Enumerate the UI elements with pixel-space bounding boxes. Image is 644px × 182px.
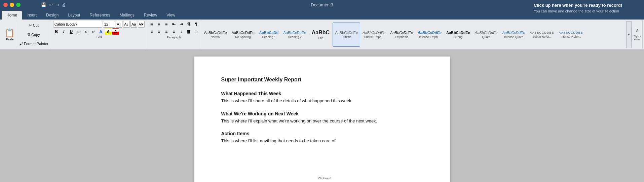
style-quote[interactable]: AaBbCcDdEe Quote bbox=[472, 23, 500, 47]
decrease-indent-button[interactable]: ⇤ bbox=[171, 21, 177, 28]
line-spacing-button[interactable]: ↕ bbox=[178, 28, 185, 35]
justify-button[interactable]: ≡ bbox=[171, 28, 177, 35]
tab-mailings[interactable]: Mailings bbox=[115, 11, 139, 20]
superscript-button[interactable]: x² bbox=[90, 28, 97, 35]
center-button[interactable]: ≡ bbox=[156, 28, 162, 35]
change-case-button[interactable]: Aa bbox=[130, 21, 137, 28]
para-row-2: ≡ ≡ ≡ ≡ ↕ ▦ □ bbox=[148, 28, 199, 35]
style-heading1-label: Heading 1 bbox=[262, 35, 276, 39]
multilevel-button[interactable]: ≡ bbox=[163, 21, 170, 28]
cut-button[interactable]: ✂ Cut bbox=[18, 23, 49, 28]
font-group: A↑ A↓ Aa A✖ B I U ab x₂ x² A A A Font bbox=[52, 20, 146, 49]
style-intense-emph-preview: AaBbCcDdEe bbox=[418, 31, 442, 35]
align-right-button[interactable]: ≡ bbox=[163, 28, 170, 35]
show-marks-button[interactable]: ¶ bbox=[193, 21, 199, 28]
style-intense-ref[interactable]: AaBbCcDdEe Intense Refer... bbox=[557, 23, 585, 47]
bullets-button[interactable]: ≡ bbox=[148, 21, 155, 28]
close-button[interactable] bbox=[3, 3, 8, 7]
maximize-button[interactable] bbox=[16, 3, 21, 7]
shading-button[interactable]: ▦ bbox=[185, 28, 192, 35]
tooltip-popup: Click up here when you're ready to recor… bbox=[530, 0, 644, 16]
style-emphasis-label: Emphasis bbox=[395, 35, 408, 39]
clear-formatting-button[interactable]: A✖ bbox=[138, 21, 145, 28]
tooltip-title: Click up here when you're ready to recor… bbox=[534, 3, 640, 8]
style-title[interactable]: AaBbC Title bbox=[308, 23, 333, 47]
style-strong-label: Strong bbox=[454, 35, 463, 39]
print-icon[interactable]: 🖨 bbox=[61, 2, 67, 8]
style-strong-preview: AaBbCcDdEe bbox=[446, 31, 470, 35]
paste-icon: 📋 bbox=[5, 28, 15, 38]
style-heading2[interactable]: AaBbCcDdEe Heading 2 bbox=[281, 23, 309, 47]
paste-button[interactable]: 📋 Paste bbox=[3, 21, 17, 48]
cut-icon: ✂ bbox=[29, 23, 32, 28]
quick-access-toolbar: 💾 ↩ ↪ 🖨 bbox=[40, 2, 67, 8]
font-shrink-button[interactable]: A↓ bbox=[123, 21, 130, 28]
increase-indent-button[interactable]: ⇥ bbox=[178, 21, 185, 28]
redo-icon[interactable]: ↪ bbox=[55, 2, 60, 8]
subscript-button[interactable]: x₂ bbox=[83, 28, 89, 35]
underline-button[interactable]: U bbox=[68, 28, 75, 35]
bold-button[interactable]: B bbox=[53, 28, 60, 35]
paste-label: Paste bbox=[6, 38, 13, 41]
tab-design[interactable]: Design bbox=[41, 11, 63, 20]
tab-references[interactable]: References bbox=[85, 11, 115, 20]
font-size-input[interactable] bbox=[103, 21, 115, 28]
font-name-input[interactable] bbox=[53, 21, 102, 28]
style-intense-emph-label: Intense Emph... bbox=[419, 35, 440, 39]
style-intense-quote[interactable]: AaBbCcDdEe Intense Quote bbox=[500, 23, 528, 47]
style-no-spacing-preview: AaBbCcDdEe bbox=[232, 31, 255, 35]
minimize-button[interactable] bbox=[10, 3, 14, 7]
window-controls bbox=[3, 3, 21, 7]
tab-insert[interactable]: Insert bbox=[22, 11, 41, 20]
strikethrough-button[interactable]: ab bbox=[75, 28, 82, 35]
document-page[interactable]: Super Important Weekly Report What Happe… bbox=[194, 57, 450, 182]
font-color-button[interactable]: A bbox=[112, 28, 119, 35]
numbering-button[interactable]: ≡ bbox=[156, 21, 162, 28]
tab-view[interactable]: View bbox=[162, 11, 180, 20]
undo-icon[interactable]: ↩ bbox=[48, 2, 53, 8]
font-row-1: A↑ A↓ Aa A✖ bbox=[53, 21, 145, 28]
font-group-label: Font bbox=[53, 35, 145, 39]
style-subtle-emph[interactable]: AaBbCcDdEe Subtle Emph... bbox=[360, 23, 388, 47]
format-painter-button[interactable]: 🖌 Format Painter bbox=[18, 41, 49, 46]
style-normal[interactable]: AaBbCcDdEe Normal bbox=[202, 23, 229, 47]
style-no-spacing-label: No Spacing bbox=[235, 35, 251, 39]
style-subtitle[interactable]: AaBbCcDdEe Subtitle bbox=[333, 23, 360, 47]
style-subtle-emph-preview: AaBbCcDdEe bbox=[363, 31, 385, 35]
tab-review[interactable]: Review bbox=[139, 11, 162, 20]
style-intense-emph[interactable]: AaBbCcDdEe Intense Emph... bbox=[415, 23, 444, 47]
document-title: Super Important Weekly Report bbox=[221, 77, 423, 83]
tab-layout[interactable]: Layout bbox=[63, 11, 85, 20]
style-subtitle-label: Subtitle bbox=[341, 35, 351, 39]
document-area: Super Important Weekly Report What Happe… bbox=[0, 50, 644, 182]
italic-button[interactable]: I bbox=[61, 28, 67, 35]
style-title-label: Title bbox=[318, 36, 324, 40]
highlight-button[interactable]: A bbox=[105, 28, 112, 35]
text-effects-button[interactable]: A bbox=[98, 28, 104, 35]
save-icon[interactable]: 💾 bbox=[40, 2, 47, 8]
style-strong[interactable]: AaBbCcDdEe Strong bbox=[444, 23, 472, 47]
style-subtle-ref[interactable]: AaBbCcDdEe Subtle Refer... bbox=[528, 23, 557, 47]
align-left-button[interactable]: ≡ bbox=[148, 28, 155, 35]
style-intense-quote-preview: AaBbCcDdEe bbox=[502, 31, 525, 35]
style-intense-quote-label: Intense Quote bbox=[504, 35, 523, 39]
style-subtle-ref-preview: AaBbCcDdEe bbox=[530, 31, 554, 34]
style-normal-preview: AaBbCcDdEe bbox=[204, 31, 227, 35]
style-heading1[interactable]: AaBbCcDd Heading 1 bbox=[257, 23, 281, 47]
style-intense-ref-preview: AaBbCcDdEe bbox=[559, 31, 583, 34]
styles-pane-label: Styles Pane bbox=[634, 35, 641, 41]
tab-home[interactable]: Home bbox=[2, 11, 22, 20]
border-button[interactable]: □ bbox=[193, 28, 199, 35]
copy-icon: ⧉ bbox=[28, 32, 30, 37]
style-emphasis[interactable]: AaBbCcDdEe Emphasis bbox=[388, 23, 415, 47]
copy-button[interactable]: ⧉ Copy bbox=[18, 32, 49, 37]
sort-button[interactable]: ⇅ bbox=[185, 21, 192, 28]
style-no-spacing[interactable]: AaBbCcDdEe No Spacing bbox=[229, 23, 257, 47]
style-subtle-emph-label: Subtle Emph... bbox=[364, 35, 384, 39]
styles-pane-button[interactable]: Ａ Styles Pane bbox=[632, 27, 642, 42]
styles-scroll-button[interactable]: ▼ bbox=[626, 21, 632, 48]
font-grow-button[interactable]: A↑ bbox=[116, 21, 122, 28]
ribbon-toolbar: 📋 Paste ✂ Cut ⧉ Copy 🖌 Format Painter Cl… bbox=[0, 20, 644, 50]
style-heading2-label: Heading 2 bbox=[288, 35, 302, 39]
clipboard-label: Clipboard bbox=[3, 177, 644, 181]
